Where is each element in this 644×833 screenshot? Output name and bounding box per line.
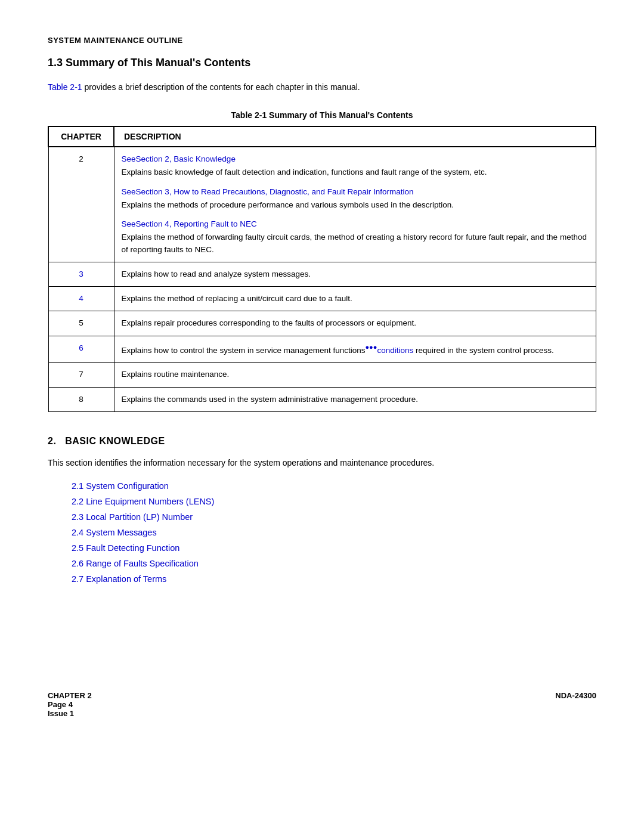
chapter-title-text: 1.3 Summary of This Manual's Contents bbox=[48, 57, 250, 69]
section-header: SYSTEM MAINTENANCE OUTLINE bbox=[48, 36, 596, 45]
section-number: 2. bbox=[48, 436, 56, 446]
intro-paragraph: Table 2-1 provides a brief description o… bbox=[48, 81, 596, 94]
description-cell-6: Explains how to control the system in se… bbox=[114, 336, 596, 363]
toc-item-2-3: 2.3 Local Partition (LP) Number bbox=[72, 512, 193, 522]
description-cell-8: Explains the commands used in the system… bbox=[114, 387, 596, 411]
chapter-cell-4: 4 bbox=[48, 287, 114, 311]
toc-link-2-1[interactable]: 2.1 System Configuration bbox=[72, 481, 169, 491]
section-2-title: 2. BASIC KNOWLEDGE bbox=[48, 436, 596, 447]
table-title: Table 2-1 Summary of This Manual's Conte… bbox=[48, 110, 596, 120]
toc-link-2-3[interactable]: 2.3 Local Partition (LP) Number bbox=[72, 512, 193, 522]
footer-chapter-text: CHAPTER 2 bbox=[48, 691, 92, 700]
section-intro-text: This section identifies the information … bbox=[48, 456, 596, 469]
list-item: 2.2 Line Equipment Numbers (LENS) bbox=[72, 497, 596, 506]
list-item: 2.5 Fault Detecting Function bbox=[72, 543, 596, 553]
description-cell-4: Explains the method of replacing a unit/… bbox=[114, 287, 596, 311]
table-title-text: Table 2-1 Summary of This Manual's Conte… bbox=[231, 110, 413, 120]
list-item: 2.3 Local Partition (LP) Number bbox=[72, 512, 596, 522]
table-2-1-link[interactable]: Table 2-1 bbox=[48, 82, 84, 92]
footer-chapter: CHAPTER 2 bbox=[48, 691, 92, 700]
list-item: 2.1 System Configuration bbox=[72, 481, 596, 491]
description-cell-2: SeeSection 2, Basic Knowledge Explains b… bbox=[114, 147, 596, 262]
entry-2: SeeSection 3, How to Read Precautions, D… bbox=[122, 186, 589, 212]
table-row: 4 Explains the method of replacing a uni… bbox=[48, 287, 596, 311]
footer-right: NDA-24300 bbox=[555, 691, 596, 700]
toc-item-2-6: 2.6 Range of Faults Specification bbox=[72, 559, 199, 568]
footer-issue-text: Issue 1 bbox=[48, 709, 74, 718]
table-row: 8 Explains the commands used in the syst… bbox=[48, 387, 596, 411]
entry-1: SeeSection 2, Basic Knowledge Explains b… bbox=[122, 153, 589, 179]
chapter-cell-6: 6 bbox=[48, 336, 114, 363]
chapter-cell-5: 5 bbox=[48, 311, 114, 336]
chapter-cell-8: 8 bbox=[48, 387, 114, 411]
toc-item-2-4: 2.4 System Messages bbox=[72, 528, 157, 537]
section3-link[interactable]: SeeSection 3, How to Read Precautions, D… bbox=[122, 186, 589, 198]
toc-link-2-6[interactable]: 2.6 Range of Faults Specification bbox=[72, 559, 199, 568]
toc-item-2-7: 2.7 Explanation of Terms bbox=[72, 574, 166, 584]
section-header-text: SYSTEM MAINTENANCE OUTLINE bbox=[48, 36, 183, 45]
description-cell-5: Explains repair procedures corresponding… bbox=[114, 311, 596, 336]
toc-link-2-4[interactable]: 2.4 System Messages bbox=[72, 528, 157, 537]
toc-item-2-1: 2.1 System Configuration bbox=[72, 481, 169, 491]
section4-link[interactable]: SeeSection 4, Reporting Fault to NEC bbox=[122, 218, 589, 230]
toc-list: 2.1 System Configuration 2.2 Line Equipm… bbox=[72, 481, 596, 584]
footer-left: CHAPTER 2 Page 4 Issue 1 bbox=[48, 691, 92, 718]
list-item: 2.6 Range of Faults Specification bbox=[72, 559, 596, 568]
toc-link-2-2[interactable]: 2.2 Line Equipment Numbers (LENS) bbox=[72, 497, 214, 506]
table-row: 3 Explains how to read and analyze syste… bbox=[48, 262, 596, 286]
footer-doc-number: NDA-24300 bbox=[555, 691, 596, 700]
description-cell-3: Explains how to read and analyze system … bbox=[114, 262, 596, 286]
table-row: 5 Explains repair procedures correspondi… bbox=[48, 311, 596, 336]
entry-3: SeeSection 4, Reporting Fault to NEC Exp… bbox=[122, 218, 589, 256]
section-title-text: BASIC KNOWLEDGE bbox=[65, 436, 165, 446]
table-row: 6 Explains how to control the system in … bbox=[48, 336, 596, 363]
section-intro-content: This section identifies the information … bbox=[48, 458, 434, 467]
list-item: 2.4 System Messages bbox=[72, 528, 596, 537]
toc-item-2-5: 2.5 Fault Detecting Function bbox=[72, 543, 179, 553]
chapter-title: 1.3 Summary of This Manual's Contents bbox=[48, 57, 596, 69]
basic-knowledge-section: 2. BASIC KNOWLEDGE This section identifi… bbox=[48, 436, 596, 584]
intro-link-text: Table 2-1 bbox=[48, 82, 82, 92]
col-header-description: Description bbox=[114, 126, 596, 147]
table-row: 7 Explains routine maintenance. bbox=[48, 363, 596, 387]
description-cell-7: Explains routine maintenance. bbox=[114, 363, 596, 387]
footer: CHAPTER 2 Page 4 Issue 1 NDA-24300 bbox=[48, 691, 596, 718]
section2-link[interactable]: SeeSection 2, Basic Knowledge bbox=[122, 153, 589, 165]
footer-page: Page 4 bbox=[48, 700, 92, 709]
toc-link-2-7[interactable]: 2.7 Explanation of Terms bbox=[72, 574, 166, 584]
col-header-chapter: Chapter bbox=[48, 126, 114, 147]
footer-page-text: Page 4 bbox=[48, 700, 73, 709]
chapter-cell-7: 7 bbox=[48, 363, 114, 387]
list-item: 2.7 Explanation of Terms bbox=[72, 574, 596, 584]
chapter-cell-3: 3 bbox=[48, 262, 114, 286]
summary-table: Chapter Description 2 SeeSection 2, Basi… bbox=[48, 126, 596, 412]
footer-issue: Issue 1 bbox=[48, 709, 92, 718]
col-chapter-label: Chapter bbox=[61, 132, 101, 141]
col-desc-label: Description bbox=[124, 132, 181, 141]
intro-rest-text: provides a brief description of the cont… bbox=[84, 82, 360, 92]
chapter-cell-2: 2 bbox=[48, 147, 114, 262]
table-row: 2 SeeSection 2, Basic Knowledge Explains… bbox=[48, 147, 596, 262]
toc-item-2-2: 2.2 Line Equipment Numbers (LENS) bbox=[72, 497, 214, 506]
toc-link-2-5[interactable]: 2.5 Fault Detecting Function bbox=[72, 543, 179, 553]
